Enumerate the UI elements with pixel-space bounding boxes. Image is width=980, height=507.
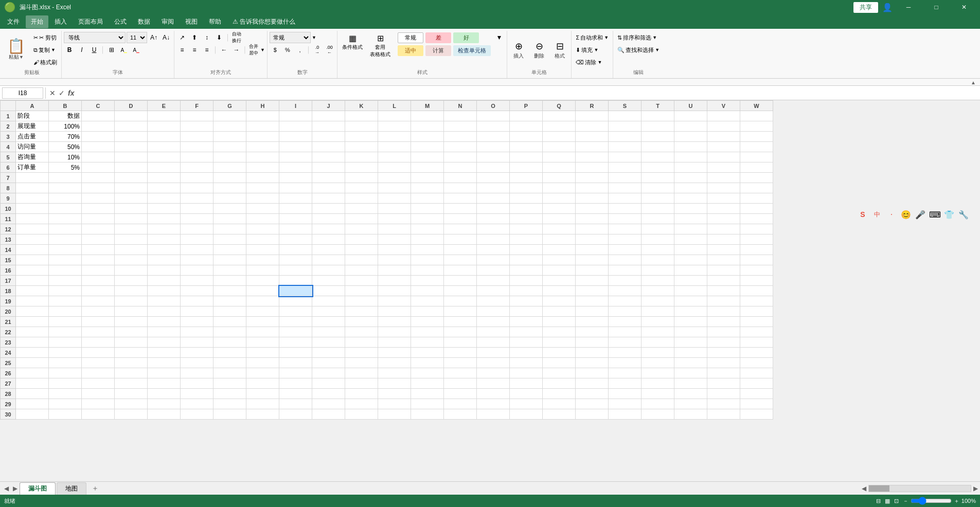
col-header-L[interactable]: L bbox=[378, 101, 411, 111]
cell-I17[interactable] bbox=[279, 276, 312, 286]
row-header-6[interactable]: 6 bbox=[1, 162, 16, 173]
cell-S27[interactable] bbox=[609, 378, 642, 389]
cell-S13[interactable] bbox=[609, 234, 642, 245]
cell-Q21[interactable] bbox=[543, 317, 576, 327]
cell-K11[interactable] bbox=[345, 214, 378, 224]
cell-A21[interactable] bbox=[16, 317, 49, 327]
cell-N24[interactable] bbox=[444, 348, 477, 358]
cell-W3[interactable] bbox=[740, 132, 773, 142]
fill-color-button[interactable]: A_ bbox=[118, 44, 130, 56]
cell-V3[interactable] bbox=[707, 132, 740, 142]
cell-F3[interactable] bbox=[181, 132, 213, 142]
cell-L25[interactable] bbox=[378, 358, 411, 368]
cell-L21[interactable] bbox=[378, 317, 411, 327]
menu-help[interactable]: 帮助 bbox=[204, 15, 226, 28]
cell-C14[interactable] bbox=[82, 245, 115, 255]
cell-I5[interactable] bbox=[279, 152, 312, 162]
cell-P4[interactable] bbox=[510, 142, 543, 152]
cell-J12[interactable] bbox=[312, 224, 345, 234]
cell-O18[interactable] bbox=[477, 286, 510, 296]
cell-P6[interactable] bbox=[510, 162, 543, 173]
cell-V1[interactable] bbox=[707, 111, 740, 121]
cell-E19[interactable] bbox=[148, 296, 181, 306]
cell-V6[interactable] bbox=[707, 162, 740, 173]
cell-M27[interactable] bbox=[411, 378, 444, 389]
cell-F4[interactable] bbox=[181, 142, 213, 152]
cell-H1[interactable] bbox=[246, 111, 279, 121]
cell-O19[interactable] bbox=[477, 296, 510, 306]
cell-L9[interactable] bbox=[378, 193, 411, 204]
cell-S9[interactable] bbox=[609, 193, 642, 204]
cell-V15[interactable] bbox=[707, 255, 740, 265]
cell-G25[interactable] bbox=[213, 358, 246, 368]
cell-G11[interactable] bbox=[213, 214, 246, 224]
cell-U1[interactable] bbox=[674, 111, 707, 121]
cell-F8[interactable] bbox=[181, 183, 213, 193]
cell-E10[interactable] bbox=[148, 204, 181, 214]
cell-E7[interactable] bbox=[148, 173, 181, 183]
cell-Q26[interactable] bbox=[543, 368, 576, 378]
cell-B17[interactable] bbox=[49, 276, 82, 286]
cell-F11[interactable] bbox=[181, 214, 213, 224]
cell-N16[interactable] bbox=[444, 265, 477, 276]
number-format-select[interactable]: 常规 bbox=[270, 32, 311, 43]
ime-mic-icon[interactable]: 🎤 bbox=[914, 208, 926, 221]
cell-D7[interactable] bbox=[115, 173, 148, 183]
cell-A11[interactable] bbox=[16, 214, 49, 224]
cell-N13[interactable] bbox=[444, 234, 477, 245]
increase-decimal-button[interactable]: .0→ bbox=[311, 44, 323, 56]
cell-A25[interactable] bbox=[16, 358, 49, 368]
cell-J26[interactable] bbox=[312, 368, 345, 378]
cell-B21[interactable] bbox=[49, 317, 82, 327]
cell-P28[interactable] bbox=[510, 389, 543, 399]
cell-S12[interactable] bbox=[609, 224, 642, 234]
cell-C24[interactable] bbox=[82, 348, 115, 358]
cell-U18[interactable] bbox=[674, 286, 707, 296]
cell-M4[interactable] bbox=[411, 142, 444, 152]
cell-M5[interactable] bbox=[411, 152, 444, 162]
cell-C23[interactable] bbox=[82, 337, 115, 348]
cell-L4[interactable] bbox=[378, 142, 411, 152]
align-top-button[interactable]: ⬆ bbox=[189, 32, 200, 43]
row-header-1[interactable]: 1 bbox=[1, 111, 16, 121]
decrease-decimal-button[interactable]: .00← bbox=[324, 44, 335, 56]
cell-E12[interactable] bbox=[148, 224, 181, 234]
cell-H17[interactable] bbox=[246, 276, 279, 286]
cell-B11[interactable] bbox=[49, 214, 82, 224]
cell-D8[interactable] bbox=[115, 183, 148, 193]
cell-R19[interactable] bbox=[576, 296, 609, 306]
cell-T5[interactable] bbox=[642, 152, 674, 162]
cell-M8[interactable] bbox=[411, 183, 444, 193]
cell-P24[interactable] bbox=[510, 348, 543, 358]
cell-C19[interactable] bbox=[82, 296, 115, 306]
cell-O24[interactable] bbox=[477, 348, 510, 358]
cell-U10[interactable] bbox=[674, 204, 707, 214]
cell-V14[interactable] bbox=[707, 245, 740, 255]
cell-Q25[interactable] bbox=[543, 358, 576, 368]
cell-Q16[interactable] bbox=[543, 265, 576, 276]
sheet-wrapper[interactable]: A B C D E F G H I J K L M bbox=[0, 100, 980, 481]
cell-D19[interactable] bbox=[115, 296, 148, 306]
row-header-26[interactable]: 26 bbox=[1, 368, 16, 378]
cell-reference-input[interactable] bbox=[2, 87, 43, 99]
cell-L2[interactable] bbox=[378, 121, 411, 132]
cell-T24[interactable] bbox=[642, 348, 674, 358]
cell-V12[interactable] bbox=[707, 224, 740, 234]
cell-P30[interactable] bbox=[510, 409, 543, 420]
cell-M13[interactable] bbox=[411, 234, 444, 245]
cell-G18[interactable] bbox=[213, 286, 246, 296]
cell-L19[interactable] bbox=[378, 296, 411, 306]
cell-W5[interactable] bbox=[740, 152, 773, 162]
cell-A7[interactable] bbox=[16, 173, 49, 183]
cell-T28[interactable] bbox=[642, 389, 674, 399]
underline-button[interactable]: U bbox=[88, 44, 100, 56]
cell-B19[interactable] bbox=[49, 296, 82, 306]
cell-D26[interactable] bbox=[115, 368, 148, 378]
ribbon-collapse-button[interactable]: ▲ bbox=[971, 80, 976, 85]
cell-K5[interactable] bbox=[345, 152, 378, 162]
cell-G16[interactable] bbox=[213, 265, 246, 276]
cell-N17[interactable] bbox=[444, 276, 477, 286]
cell-A9[interactable] bbox=[16, 193, 49, 204]
cell-H29[interactable] bbox=[246, 399, 279, 409]
cell-A20[interactable] bbox=[16, 306, 49, 317]
